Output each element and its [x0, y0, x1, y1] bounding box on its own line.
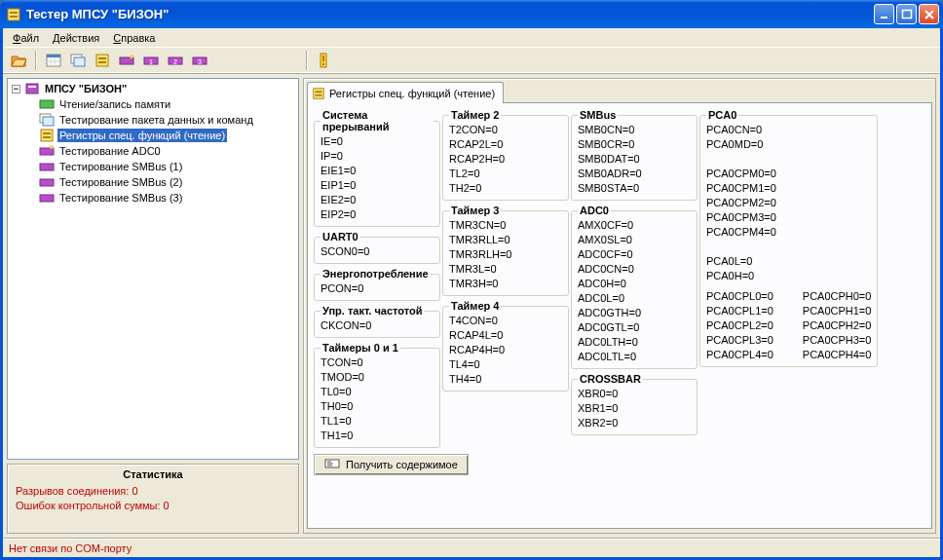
- smbus-icon: [39, 174, 55, 190]
- tool-smbus1-icon[interactable]: 1: [139, 50, 162, 71]
- collapse-icon[interactable]: −: [12, 85, 20, 93]
- app-icon: [6, 7, 21, 22]
- registers-icon: [312, 87, 325, 100]
- register-value: PCA0CPH1=0: [803, 304, 872, 318]
- tree-root[interactable]: − МПСУ "БИЗОН": [10, 81, 296, 96]
- register-value: PCA0CPL3=0: [706, 333, 773, 348]
- tab-registers[interactable]: Регистры спец. функций (чтение): [307, 82, 504, 103]
- register-value: TCON=0: [321, 355, 434, 370]
- tree-item-smbus1[interactable]: Тестирование SMBus (1): [10, 159, 296, 174]
- minimize-button[interactable]: [874, 4, 894, 24]
- register-value: PCA0CPH2=0: [803, 318, 872, 333]
- svg-rect-33: [43, 136, 51, 138]
- tree-item-registers[interactable]: Регистры спец. функций (чтение): [10, 128, 296, 143]
- tool-smbus2-icon[interactable]: 2: [164, 50, 186, 71]
- svg-rect-4: [902, 10, 911, 18]
- svg-rect-3: [881, 17, 887, 19]
- smbus-icon: [39, 190, 55, 205]
- register-value: PCA0CN=0: [706, 123, 871, 137]
- svg-rect-11: [74, 57, 85, 66]
- register-value: TMOD=0: [321, 370, 434, 385]
- tab-label: Регистры спец. функций (чтение): [329, 88, 495, 99]
- register-value: TMR3RLH=0: [449, 247, 562, 262]
- register-value: PCA0CPM0=0: [706, 167, 871, 181]
- get-content-button[interactable]: Получить содержимое: [314, 454, 469, 475]
- group-crossbar: CROSSBAR XBR0=0XBR1=0XBR2=0: [571, 373, 698, 435]
- stats-header: Статистика: [16, 468, 290, 480]
- register-value: ADC0CF=0: [578, 247, 691, 262]
- status-text: Нет связи по COM-порту: [9, 542, 132, 554]
- svg-rect-6: [47, 55, 60, 57]
- tool-registers-icon[interactable]: [91, 50, 113, 71]
- menu-bar: Файл Действия Справка: [3, 28, 940, 47]
- tree-item-smbus2[interactable]: Тестирование SMBus (2): [10, 174, 296, 190]
- tree-item-memory[interactable]: Чтение/запись памяти: [10, 96, 296, 112]
- svg-point-35: [50, 145, 54, 149]
- register-value: AMX0SL=0: [578, 233, 691, 247]
- register-value: PCON=0: [321, 281, 434, 296]
- svg-rect-0: [8, 9, 19, 20]
- tool-open-icon[interactable]: [7, 50, 29, 71]
- register-value: [706, 240, 871, 254]
- register-value: TH1=0: [321, 429, 434, 443]
- svg-text:2: 2: [173, 58, 177, 65]
- tool-smbus3-icon[interactable]: 3: [188, 50, 210, 71]
- register-value: XBR2=0: [578, 416, 691, 430]
- tree-item-packet-test[interactable]: Тестирование пакета данных и команд: [10, 112, 296, 128]
- register-value: T4CON=0: [449, 314, 562, 328]
- register-value: ADC0LTH=0: [578, 335, 691, 350]
- svg-rect-27: [28, 86, 36, 88]
- group-uart0: UART0 SCON0=0: [314, 231, 440, 264]
- register-value: AMX0CF=0: [578, 218, 691, 233]
- menu-file[interactable]: Файл: [7, 31, 45, 45]
- svg-text:3: 3: [198, 58, 202, 65]
- menu-actions[interactable]: Действия: [47, 31, 105, 45]
- register-value: PCA0CPM1=0: [706, 181, 871, 196]
- svg-rect-14: [98, 61, 106, 63]
- group-timer3: Таймер 3 TMR3CN=0TMR3RLL=0TMR3RLH=0TMR3L…: [442, 205, 569, 296]
- tool-adc-icon[interactable]: [115, 50, 137, 71]
- svg-point-16: [130, 55, 133, 58]
- register-value: TL4=0: [449, 357, 562, 372]
- register-value: RCAP4L=0: [449, 328, 562, 343]
- register-value: PCA0CPH0=0: [803, 289, 872, 304]
- svg-rect-1: [10, 12, 18, 14]
- svg-text:1: 1: [149, 58, 153, 65]
- svg-rect-28: [40, 100, 54, 108]
- tree-item-adc0[interactable]: Тестирование ADC0: [10, 143, 296, 159]
- group-power: Энергопотребление PCON=0: [314, 268, 440, 301]
- svg-rect-31: [41, 130, 53, 141]
- register-value: PCA0CPL0=0: [706, 289, 773, 304]
- maximize-button[interactable]: [896, 4, 917, 24]
- adc-icon: [39, 143, 55, 159]
- register-value: SMB0ADR=0: [578, 167, 691, 181]
- register-value: TH4=0: [449, 372, 562, 387]
- window-title: Тестер МПСУ "БИЗОН": [26, 7, 874, 21]
- register-value: PCA0CPM4=0: [706, 225, 871, 240]
- register-value: PCA0CPL1=0: [706, 304, 773, 318]
- memory-icon: [39, 96, 55, 112]
- tool-calendar-icon[interactable]: [42, 50, 64, 71]
- svg-rect-2: [10, 16, 18, 18]
- registers-view: Система прерываний IE=0IP=0EIE1=0EIP1=0E…: [307, 102, 932, 529]
- registers-icon: [39, 128, 55, 143]
- register-value: XBR1=0: [578, 401, 691, 416]
- nav-tree[interactable]: − МПСУ "БИЗОН" Чтение/запись памяти Тест…: [7, 78, 299, 460]
- group-timer4: Таймер 4 T4CON=0RCAP4L=0RCAP4H=0TL4=0TH4…: [442, 300, 569, 392]
- menu-help[interactable]: Справка: [107, 31, 161, 45]
- register-value: RCAP2H=0: [449, 152, 562, 167]
- register-value: ADC0H=0: [578, 277, 691, 291]
- register-value: IP=0: [321, 149, 434, 164]
- register-value: T2CON=0: [449, 123, 562, 137]
- register-value: PCA0CPH3=0: [803, 333, 872, 348]
- register-value: ADC0CN=0: [578, 262, 691, 277]
- group-pca0: PCA0 PCA0CN=0PCA0MD=0 PCA0CPM0=0PCA0CPM1…: [699, 109, 878, 367]
- close-button[interactable]: [919, 4, 939, 24]
- register-value: ADC0LTL=0: [578, 350, 691, 364]
- tool-data-icon[interactable]: [66, 50, 89, 71]
- tree-item-smbus3[interactable]: Тестирование SMBus (3): [10, 190, 296, 205]
- register-value: TH2=0: [449, 181, 562, 196]
- register-value: PCA0H=0: [706, 269, 871, 283]
- tool-status-icon[interactable]: [313, 50, 335, 71]
- title-bar: Тестер МПСУ "БИЗОН": [0, 0, 943, 28]
